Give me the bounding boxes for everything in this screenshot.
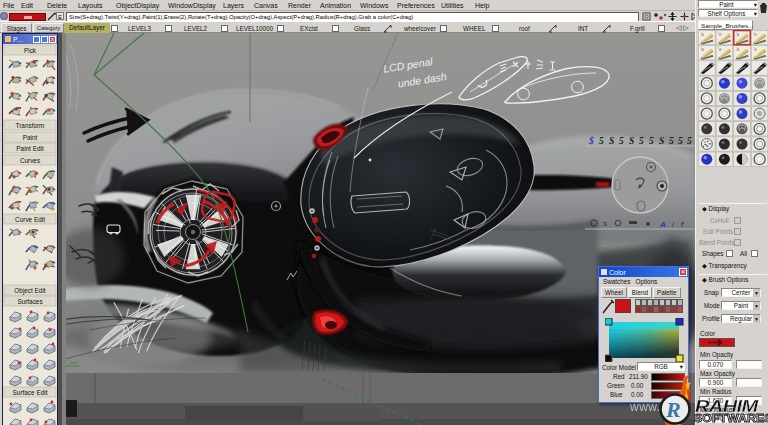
svg-text:A: A [659,220,666,229]
svg-text:'e: 'e [718,32,722,37]
svg-text:S: S [629,136,634,146]
svg-text:5: 5 [619,136,624,146]
svg-text:5: 5 [678,136,683,146]
svg-text:'e: 'e [718,47,722,52]
svg-text:5: 5 [669,136,674,146]
svg-text:5: 5 [687,136,692,146]
svg-text:$: $ [588,136,594,146]
svg-text:Curve Edit: Curve Edit [15,216,45,223]
svg-text:'a: 'a [701,32,705,37]
svg-text:Curves: Curves [20,157,40,164]
svg-text:s: s [603,219,607,228]
svg-text:Paint: Paint [23,134,38,141]
svg-text:Paint Edit: Paint Edit [16,145,44,152]
svg-text:'a: 'a [701,47,705,52]
svg-text:Pick: Pick [24,47,37,54]
svg-text:Object Edit: Object Edit [14,287,45,295]
svg-text:5: 5 [599,136,604,146]
svg-text:'e: 'e [753,47,757,52]
svg-text:'a: 'a [736,47,740,52]
svg-text:S: S [659,136,664,146]
svg-text:Surfaces: Surfaces [17,298,42,305]
svg-text:5: 5 [639,136,644,146]
svg-text:'e: 'e [753,32,757,37]
svg-text:S: S [609,136,614,146]
svg-text:Surface Edit: Surface Edit [13,389,48,396]
svg-text:'a: 'a [736,32,740,37]
svg-text:5: 5 [649,136,654,146]
svg-text:Transform: Transform [16,122,45,129]
